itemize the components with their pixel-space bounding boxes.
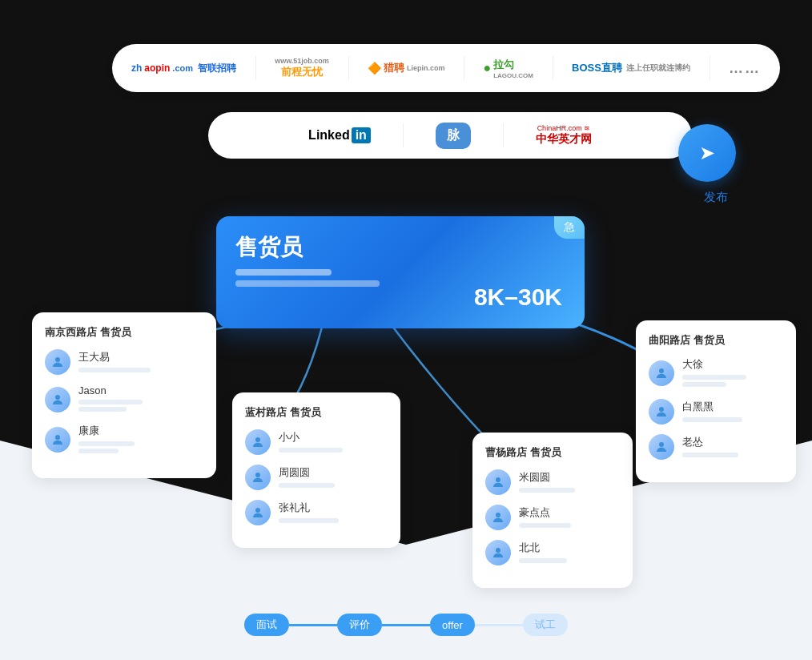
list-item: 豪点点 <box>485 505 620 530</box>
card-caoyanglu-title: 曹杨路店 售货员 <box>485 445 620 460</box>
avatar <box>485 469 511 495</box>
card-nanjing-title: 南京西路店 售货员 <box>45 325 203 340</box>
step-bubble-shigong: 试工 <box>523 614 568 636</box>
svg-point-1 <box>55 357 60 362</box>
mai-logo: 脉 <box>436 123 471 149</box>
svg-point-10 <box>659 368 664 373</box>
card-caoyanglu: 曹杨路店 售货员 米圆圆 豪点点 <box>472 433 633 588</box>
list-item: 大徐 <box>649 357 783 389</box>
step-line-1 <box>289 624 337 626</box>
liepin-logo: 🔶 猎聘 Liepin.com <box>368 61 445 75</box>
more-platforms: …… <box>729 60 761 77</box>
list-item: 王大易 <box>45 349 203 375</box>
list-item: 小小 <box>245 429 388 455</box>
step-line-3 <box>475 624 523 626</box>
card-lancun-title: 蓝村路店 售货员 <box>245 405 388 420</box>
send-icon: ➤ <box>699 142 715 164</box>
step-mianshi: 面试 <box>244 614 289 636</box>
list-item: 米圆圆 <box>485 469 620 495</box>
list-item: 康康 <box>45 424 203 456</box>
urgent-badge: 急 <box>554 216 585 239</box>
svg-point-7 <box>496 477 500 482</box>
avatar <box>649 360 674 386</box>
card-lancun: 蓝村路店 售货员 小小 周圆圆 <box>232 392 400 548</box>
list-item: 老怂 <box>649 434 783 460</box>
avatar <box>45 349 70 375</box>
avatar <box>45 387 70 412</box>
publish-label: 发布 <box>704 190 728 205</box>
avatar <box>245 465 271 490</box>
platforms-bar-2: Linked in 脉 ChinaHR.com ≋ 中华英才网 <box>208 112 692 159</box>
list-item: 周圆圆 <box>245 465 388 490</box>
qiancheng-logo: www.51job.com 前程无忧 <box>275 57 329 79</box>
boss-logo: BOSS直聘 连上任职就连博约 <box>572 61 690 75</box>
card-quyanglu-title: 曲阳路店 售货员 <box>649 333 783 348</box>
linkedin-logo: Linked in <box>308 127 371 143</box>
svg-point-4 <box>255 437 260 442</box>
svg-point-9 <box>496 548 500 553</box>
job-subtitle-1 <box>235 269 332 276</box>
chinaHR-logo: ChinaHR.com ≋ 中华英才网 <box>536 124 592 147</box>
step-pingjia: 评价 <box>337 614 382 636</box>
job-subtitle-2 <box>235 280 380 287</box>
avatar <box>485 540 511 565</box>
avatar <box>45 427 70 453</box>
list-item: 张礼礼 <box>245 500 388 525</box>
avatar <box>245 429 271 455</box>
publish-button[interactable]: ➤ <box>678 124 736 182</box>
list-item: Jason <box>45 384 203 414</box>
step-offer: offer <box>430 614 475 636</box>
svg-point-2 <box>55 395 60 400</box>
job-salary: 8K–30K <box>474 284 562 311</box>
card-nanjing: 南京西路店 售货员 王大易 Jason <box>32 312 216 478</box>
svg-point-6 <box>255 508 260 513</box>
svg-point-12 <box>659 442 664 447</box>
lagou-logo: ● 拉勾 LAGOU.COM <box>484 58 533 79</box>
step-line-2 <box>382 624 430 626</box>
avatar <box>245 500 271 525</box>
step-bubble-offer: offer <box>430 614 475 636</box>
step-bubble-mianshi: 面试 <box>244 614 289 636</box>
list-item: 白黑黑 <box>649 399 783 425</box>
avatar <box>485 505 511 530</box>
platforms-bar-1: zh aopin .com 智联招聘 www.51job.com 前程无忧 🔶 … <box>112 44 780 92</box>
job-title: 售货员 <box>235 232 565 263</box>
avatar <box>649 399 674 425</box>
step-bubble-pingjia: 评价 <box>337 614 382 636</box>
zhaopin-logo: zh aopin .com 智联招聘 <box>131 62 236 75</box>
avatar <box>649 434 674 460</box>
progress-bar: 面试 评价 offer 试工 <box>244 614 568 636</box>
list-item: 北北 <box>485 540 620 565</box>
svg-point-5 <box>255 473 260 477</box>
svg-point-8 <box>496 513 500 517</box>
step-shigong: 试工 <box>523 614 568 636</box>
card-quyanglu: 曲阳路店 售货员 大徐 白黑黑 <box>636 320 796 482</box>
svg-point-11 <box>659 407 664 412</box>
svg-point-3 <box>55 435 60 440</box>
job-card: 急 售货员 8K–30K <box>216 216 585 328</box>
